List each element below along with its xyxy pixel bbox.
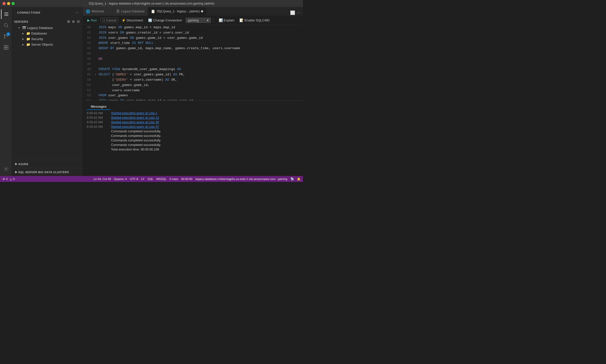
- cancel-button[interactable]: ☐ Cancel: [100, 18, 118, 23]
- server-legacy-database[interactable]: ▼ Legacy Database: [12, 25, 82, 31]
- code-editor[interactable]: 40 JOIN maps ON games.map_id = maps.map_…: [83, 25, 303, 100]
- run-button[interactable]: ▶ Run: [86, 18, 98, 23]
- status-spaces[interactable]: Spaces: 4: [114, 177, 127, 180]
- code-line: 44 GROUP BY games.game_id, maps.map_name…: [83, 46, 303, 51]
- messages-container: 6:50:42 AM Started executing query at Li…: [83, 111, 303, 152]
- message-time: [87, 130, 107, 133]
- svg-rect-5: [6, 45, 8, 47]
- database-selector[interactable]: gaming ▾: [186, 18, 211, 23]
- message-time: 6:50:42 AM: [87, 116, 107, 119]
- message-row: Commands completed successfully.: [83, 143, 303, 147]
- line-content[interactable]: WHERE start_time IS NOT NULL: [98, 41, 303, 46]
- line-content[interactable]: FROM user_games: [98, 93, 303, 98]
- more-actions-button[interactable]: ···: [75, 10, 79, 15]
- status-errors[interactable]: ⊘ 0 △ 0: [3, 177, 15, 181]
- connections-header: CONNECTIONS ···: [12, 7, 82, 17]
- servers-label: SERVERS ⊞ ⊕ ⊟: [12, 18, 82, 25]
- line-content[interactable]: JOIN users ON games.creator_id = users.u…: [98, 30, 303, 36]
- azure-header[interactable]: ▶ AZURE: [12, 161, 82, 167]
- sidebar-header-actions: ···: [75, 10, 79, 15]
- bigdata-header[interactable]: ▶ SQL SERVER BIG DATA CLUSTERS: [12, 169, 82, 175]
- activity-search[interactable]: [1, 20, 11, 30]
- message-text[interactable]: Started executing query at Line 1: [111, 111, 157, 115]
- svg-rect-4: [4, 45, 6, 47]
- status-dialect[interactable]: MSSQL: [156, 177, 167, 180]
- code-line: 45: [83, 51, 303, 56]
- line-content[interactable]: users.username: [98, 88, 303, 93]
- line-content[interactable]: CREATE VIEW dynamodb_user_game_mappings …: [98, 67, 303, 72]
- tab-modified-indicator: [201, 10, 203, 12]
- code-line: 43 WHERE start_time IS NOT NULL: [83, 41, 303, 46]
- servers-section: SERVERS ⊞ ⊕ ⊟ ▼: [12, 17, 82, 48]
- explain-button[interactable]: 📊 Explain: [217, 18, 236, 23]
- tree-item-server-objects[interactable]: ▶ 📁 Server Objects: [12, 42, 82, 47]
- status-rows: 0 rows: [170, 177, 178, 180]
- disconnect-label: Disconnect: [127, 18, 143, 22]
- tabs-right-actions: ⬜ ···: [288, 10, 303, 16]
- maximize-button[interactable]: [12, 2, 15, 5]
- activity-extensions[interactable]: [1, 42, 11, 52]
- message-text[interactable]: Started executing query at Line 12: [111, 116, 159, 119]
- tab-sqlquery[interactable]: 📋 SQLQuery_1 - legacy-...(admin): [148, 7, 206, 16]
- line-content[interactable]: JOIN maps ON games.map_id = maps.map_id: [98, 25, 303, 30]
- tab-legacy-database[interactable]: 🗄 Legacy Database: [113, 7, 148, 16]
- line-content[interactable]: ('USER#' + users.username) AS SK,: [98, 77, 303, 83]
- code-line: 42 JOIN user_games ON games.game_id = us…: [83, 36, 303, 41]
- code-line: 53 FROM user_games: [83, 93, 303, 98]
- azure-section: ▶ AZURE: [12, 160, 82, 168]
- code-line: 40 JOIN maps ON games.map_id = maps.map_…: [83, 25, 303, 30]
- svg-point-8: [5, 168, 7, 170]
- svg-rect-7: [6, 48, 8, 49]
- line-content[interactable]: JOIN users ON user_games.user_id = users…: [98, 98, 303, 100]
- disconnect-button[interactable]: ⚡ Disconnect: [120, 18, 144, 23]
- status-encoding[interactable]: UTF-8: [130, 177, 138, 180]
- line-number: 46: [83, 56, 95, 62]
- run-icon: ▶: [87, 18, 90, 22]
- change-conn-icon: 🔄: [148, 18, 152, 22]
- message-text[interactable]: Started executing query at Line 30: [111, 120, 159, 124]
- line-content[interactable]: JOIN user_games ON games.game_id = user_…: [98, 36, 303, 41]
- cancel-icon: ☐: [102, 18, 105, 22]
- connections-label: CONNECTIONS: [17, 11, 40, 14]
- azure-label: AZURE: [18, 163, 29, 166]
- line-content[interactable]: GROUP BY games.game_id, maps.map_name, g…: [98, 46, 303, 51]
- minimize-button[interactable]: [7, 2, 10, 5]
- fold-indicator[interactable]: ▼: [95, 73, 98, 77]
- line-content[interactable]: user_games.game_id,: [98, 83, 303, 88]
- server-objects-folder-icon: 📁: [26, 42, 30, 46]
- code-line: 51 user_games.game_id,: [83, 83, 303, 88]
- code-line: 46 GO: [83, 56, 303, 62]
- tab-welcome[interactable]: 🌐 Welcome: [83, 7, 113, 16]
- close-button[interactable]: [3, 2, 6, 5]
- db-tab-icon: 🗄: [116, 9, 120, 13]
- more-tabs-button[interactable]: ···: [297, 10, 301, 16]
- messages-header: Messages: [87, 103, 111, 110]
- window-controls[interactable]: [3, 2, 15, 5]
- tree-item-security[interactable]: ▶ 📁 Security: [12, 36, 82, 42]
- enable-sqlcmd-button[interactable]: 📝 Enable SQLCMD: [238, 18, 271, 23]
- split-editor-button[interactable]: ⬜: [290, 10, 296, 16]
- code-line: 52 users.username: [83, 88, 303, 93]
- activity-git[interactable]: 1: [1, 31, 11, 41]
- change-connection-button[interactable]: 🔄 Change Connection: [147, 18, 184, 23]
- server-icon: [22, 26, 26, 30]
- status-ln-col[interactable]: Ln 54, Col 49: [94, 177, 111, 180]
- status-language[interactable]: SQL: [148, 177, 153, 180]
- titlebar: SQLQuery_1 - legacy-database.cv6ykrzkgph…: [0, 0, 303, 7]
- line-content[interactable]: SELECT ('GAME#' + user_games.game_id) AS…: [98, 72, 303, 77]
- message-time: [87, 134, 107, 138]
- svg-rect-10: [22, 27, 26, 28]
- activity-connections[interactable]: [1, 9, 11, 19]
- add-connection-button[interactable]: ⊕: [71, 19, 76, 24]
- message-time: [87, 143, 107, 147]
- message-text: Commands completed successfully.: [111, 130, 161, 133]
- chevron-right-azure: ▶: [15, 162, 17, 166]
- collapse-button[interactable]: ⊟: [76, 19, 81, 24]
- server-label: Legacy Database: [27, 26, 53, 30]
- message-text[interactable]: Started executing query at Line 47: [111, 125, 159, 129]
- tree-item-databases[interactable]: ▶ 📁 Databases: [12, 31, 82, 36]
- status-eol[interactable]: LF: [141, 177, 144, 180]
- activity-settings[interactable]: [1, 164, 11, 174]
- line-content[interactable]: GO: [98, 56, 303, 62]
- new-connection-button[interactable]: ⊞: [66, 19, 71, 24]
